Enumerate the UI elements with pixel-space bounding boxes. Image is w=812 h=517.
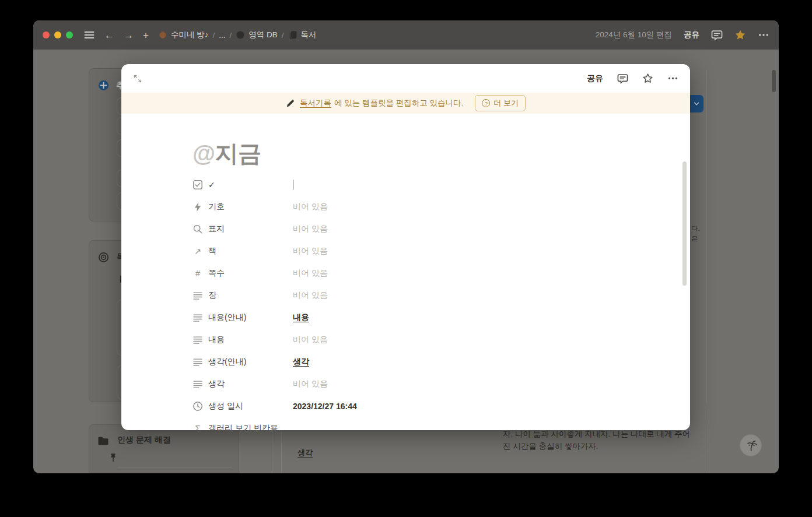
- property-value[interactable]: 비어 있음: [293, 202, 554, 212]
- breadcrumb-label: 영역 DB: [249, 30, 278, 40]
- expand-icon[interactable]: [133, 74, 142, 83]
- minimize-window-button[interactable]: [54, 31, 61, 38]
- text-lines-icon: [192, 290, 203, 301]
- window-titlebar: ← → + 수미네 방♪/.../영역 DB/독서 2024년 6월 10일 편…: [33, 20, 779, 50]
- pencil-icon: [286, 99, 295, 108]
- divider: [117, 467, 232, 467]
- modal-scrollbar[interactable]: [682, 161, 687, 286]
- text-fragment: 다.: [691, 224, 700, 233]
- template-edit-modal: 공유 독서기록 에 있는 템플릿을 편집하고 있습니다. ? 더 보기 @지금 …: [121, 64, 690, 430]
- screen: ← → + 수미네 방♪/.../영역 DB/독서 2024년 6월 10일 편…: [0, 0, 812, 517]
- template-source-link[interactable]: 독서기록: [300, 98, 331, 108]
- property-label: Σ갤러리 보기 빈칸용: [192, 423, 293, 430]
- share-button[interactable]: 공유: [684, 30, 699, 40]
- traffic-lights: [43, 31, 73, 38]
- breadcrumb-item[interactable]: 영역 DB: [236, 30, 278, 40]
- modal-share-button[interactable]: 공유: [587, 73, 603, 84]
- zoom-window-button[interactable]: [66, 31, 73, 38]
- property-name: 쪽수: [208, 268, 225, 279]
- property-name: 생성 일시: [208, 401, 243, 412]
- more-options-icon[interactable]: [758, 29, 769, 41]
- page-title[interactable]: @지금: [192, 138, 261, 170]
- search-icon: [192, 224, 203, 234]
- lightning-icon: [192, 202, 203, 212]
- background-card-folder: 인생 문제 해결: [89, 424, 239, 473]
- title-text: 지금: [215, 140, 261, 166]
- comments-icon[interactable]: [617, 73, 628, 84]
- new-page-icon[interactable]: +: [143, 30, 149, 40]
- property-row[interactable]: ✓: [192, 174, 554, 196]
- black-circle-icon: [236, 30, 245, 40]
- close-window-button[interactable]: [43, 31, 50, 38]
- board-divider: [281, 431, 282, 473]
- property-row[interactable]: 장비어 있음: [192, 284, 554, 307]
- template-editing-banner: 독서기록 에 있는 템플릿을 편집하고 있습니다. ? 더 보기: [121, 93, 690, 114]
- property-value[interactable]: 비어 있음: [293, 224, 554, 234]
- window-scrollbar[interactable]: [772, 70, 776, 92]
- property-row[interactable]: 내용비어 있음: [192, 329, 554, 351]
- text-lines-icon: [192, 335, 203, 345]
- breadcrumb-label: 독서: [301, 30, 317, 40]
- breadcrumb-item[interactable]: 독서: [288, 30, 317, 40]
- property-value[interactable]: 비어 있음: [293, 268, 554, 279]
- back-icon[interactable]: ←: [104, 30, 114, 40]
- property-label: 생각(안내): [192, 357, 293, 367]
- more-options-icon[interactable]: [667, 73, 678, 84]
- titlebar-right: 2024년 6월 10일 편집 공유: [596, 29, 769, 41]
- property-row[interactable]: ↗책비어 있음: [192, 240, 554, 262]
- card-border-line: [709, 410, 709, 473]
- property-row[interactable]: 내용(안내)내용: [192, 307, 554, 329]
- property-row[interactable]: 생성 일시2023/12/27 16:44: [192, 395, 554, 417]
- comments-icon[interactable]: [711, 29, 723, 41]
- property-label: 내용: [192, 335, 293, 345]
- board-column-label: 생각: [298, 448, 313, 458]
- property-value[interactable]: 비어 있음: [293, 379, 554, 389]
- breadcrumb-item[interactable]: ...: [219, 31, 225, 40]
- chevron-down-icon: [692, 100, 701, 108]
- breadcrumb-item[interactable]: 수미네 방♪: [158, 30, 209, 40]
- property-row[interactable]: 생각(안내)생각: [192, 351, 554, 373]
- plus-circle-icon: [99, 80, 108, 90]
- forward-icon[interactable]: →: [124, 30, 134, 40]
- favorite-star-icon[interactable]: [734, 29, 746, 41]
- sidebar-menu-icon[interactable]: [83, 29, 95, 41]
- property-name: 표지: [208, 224, 225, 234]
- pages-icon: [288, 30, 298, 40]
- breadcrumb-label: ...: [219, 31, 225, 40]
- checkbox-icon: [192, 180, 203, 190]
- star-outline-icon[interactable]: [642, 73, 653, 84]
- property-value[interactable]: 생각: [293, 357, 554, 367]
- property-label: 기호: [192, 202, 293, 212]
- empty-checkbox[interactable]: [293, 180, 294, 190]
- property-name: 갤러리 보기 빈칸용: [208, 423, 278, 430]
- property-name: 장: [208, 290, 216, 301]
- nav-icons: ← → +: [83, 29, 149, 41]
- property-value[interactable]: 2023/12/27 16:44: [293, 402, 554, 411]
- property-row[interactable]: 생각비어 있음: [192, 373, 554, 395]
- title-at-sign: @: [192, 140, 215, 166]
- property-value[interactable]: 내용: [293, 312, 554, 323]
- property-row[interactable]: 표지비어 있음: [192, 218, 554, 240]
- breadcrumb-separator: /: [212, 31, 215, 40]
- card-title: 인생 문제 해결: [117, 435, 171, 445]
- help-icon: ?: [482, 99, 490, 107]
- arrow-up-right-icon: ↗: [192, 246, 203, 256]
- property-name: 책: [208, 246, 216, 256]
- property-list: ✓기호비어 있음표지비어 있음↗책비어 있음#쪽수비어 있음장비어 있음내용(안…: [192, 174, 554, 430]
- folder-icon: [97, 435, 109, 446]
- modal-toolbar: 공유: [121, 64, 690, 93]
- property-value[interactable]: 비어 있음: [293, 290, 554, 301]
- property-row[interactable]: 기호비어 있음: [192, 196, 554, 218]
- property-row[interactable]: Σ갤러리 보기 빈칸용: [192, 417, 554, 430]
- target-icon: [98, 252, 109, 263]
- learn-more-button[interactable]: ? 더 보기: [475, 95, 526, 111]
- property-value[interactable]: [293, 180, 554, 189]
- property-name: 기호: [208, 202, 225, 212]
- property-value[interactable]: 비어 있음: [293, 246, 554, 256]
- property-name: 내용: [208, 335, 225, 345]
- text-fragment: 은: [691, 234, 698, 243]
- property-row[interactable]: #쪽수비어 있음: [192, 262, 554, 284]
- property-value[interactable]: 비어 있음: [293, 335, 554, 345]
- text-lines-icon: [192, 379, 203, 389]
- property-label: ↗책: [192, 246, 293, 256]
